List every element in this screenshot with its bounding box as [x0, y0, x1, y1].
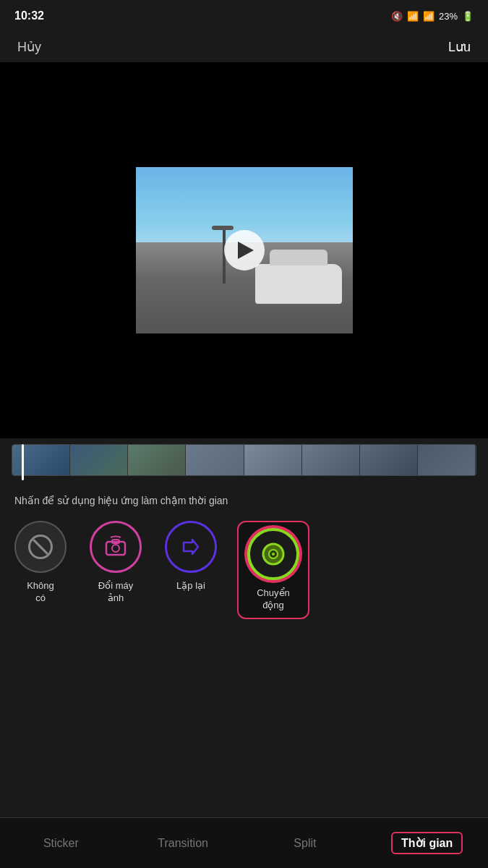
effect-label-repeat: Lặp lại — [176, 580, 205, 592]
top-nav: Hủy Lưu — [0, 32, 488, 62]
effect-circle-camera — [90, 521, 142, 573]
battery-icon: 🔋 — [462, 11, 474, 22]
tab-time-active-box: Thời gian — [391, 832, 463, 854]
timeline-frame — [128, 445, 186, 475]
svg-point-5 — [272, 553, 275, 556]
bottom-tabs: Sticker Transition Split Thời gian — [0, 817, 488, 868]
ban-icon — [28, 535, 53, 559]
tab-time-label: Thời gian — [401, 837, 453, 849]
instruction-text: Nhấn để sử dụng hiệu ứng làm chậm thời g… — [0, 485, 488, 514]
video-car — [255, 264, 342, 304]
effect-item-repeat[interactable]: Lặp lại — [162, 521, 220, 592]
selected-effect-wrapper: Chuyểnđộng — [237, 521, 309, 619]
tab-time[interactable]: Thời gian — [366, 818, 488, 868]
timeline-frame — [70, 445, 128, 475]
mute-icon: 🔇 — [391, 11, 403, 22]
tab-transition-label: Transition — [158, 837, 208, 850]
motion-icon — [257, 538, 289, 570]
effect-item-none[interactable]: Khôngcó — [12, 521, 69, 605]
effect-item-camera[interactable]: Đổi máyảnh — [87, 521, 145, 605]
battery-text: 23% — [439, 11, 458, 22]
effect-label-camera: Đổi máyảnh — [98, 580, 133, 605]
svg-point-2 — [112, 545, 119, 552]
tab-sticker[interactable]: Sticker — [0, 818, 122, 868]
save-button[interactable]: Lưu — [448, 39, 471, 55]
effects-row: Khôngcó Đổi máyảnh Lặp lại — [0, 514, 488, 631]
tab-sticker-label: Sticker — [43, 837, 79, 850]
effect-label-motion: Chuyểnđộng — [257, 587, 290, 612]
play-button[interactable] — [224, 230, 265, 271]
effect-label-none: Khôngcó — [27, 580, 54, 605]
status-bar: 10:32 🔇 📶 📶 23% 🔋 — [0, 0, 488, 32]
tab-split[interactable]: Split — [244, 818, 367, 868]
timeline-container — [0, 438, 488, 485]
tab-split-label: Split — [294, 837, 316, 850]
effect-item-motion[interactable]: Chuyểnđộng — [244, 528, 302, 612]
timeline-frame — [302, 445, 360, 475]
wifi-icon: 📶 — [407, 11, 419, 22]
status-icons: 🔇 📶 📶 23% 🔋 — [391, 11, 474, 22]
effect-circle-repeat — [165, 521, 217, 573]
timeline-strip[interactable] — [12, 444, 476, 476]
repeat-icon — [178, 534, 204, 560]
playhead-line — [22, 444, 24, 480]
timeline-frame — [418, 445, 476, 475]
timeline-playhead — [12, 476, 476, 479]
effect-circle-none — [14, 521, 67, 573]
timeline-frame — [186, 445, 244, 475]
timeline-frame — [244, 445, 302, 475]
video-preview-area — [0, 62, 488, 438]
signal-icon: 📶 — [423, 11, 435, 22]
cancel-button[interactable]: Hủy — [17, 39, 41, 55]
timeline-frame — [360, 445, 418, 475]
effect-circle-motion — [247, 528, 299, 580]
status-time: 10:32 — [14, 9, 44, 22]
tab-transition[interactable]: Transition — [122, 818, 244, 868]
video-thumbnail[interactable] — [136, 167, 353, 333]
camera-switch-icon — [103, 535, 128, 559]
